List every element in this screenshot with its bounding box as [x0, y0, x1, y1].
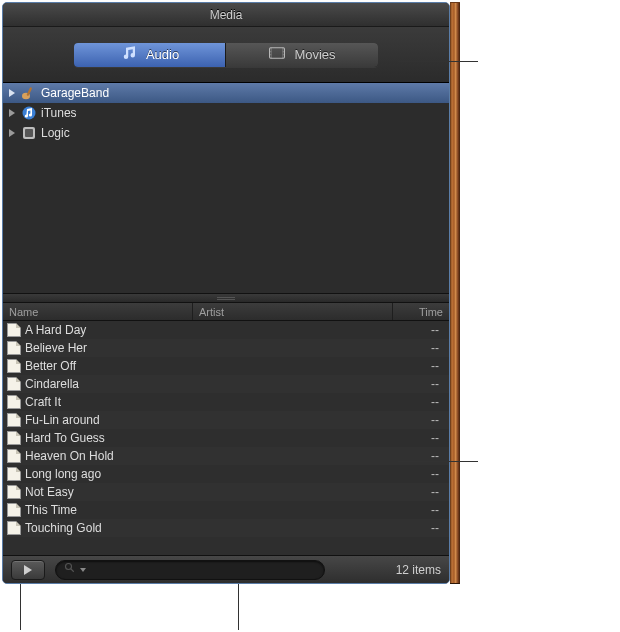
search-menu-chevron-icon[interactable] — [80, 568, 86, 572]
track-time: -- — [393, 431, 449, 445]
track-time: -- — [393, 359, 449, 373]
table-row[interactable]: Craft It-- — [3, 393, 449, 411]
disclosure-triangle-icon[interactable] — [9, 89, 15, 97]
track-time: -- — [393, 341, 449, 355]
track-name: Hard To Guess — [25, 431, 105, 445]
source-item-label: Logic — [41, 126, 70, 140]
source-item-logic[interactable]: Logic — [3, 123, 449, 143]
audio-icon — [120, 46, 138, 63]
svg-rect-13 — [25, 129, 33, 137]
svg-point-14 — [66, 564, 72, 570]
table-row[interactable]: Heaven On Hold-- — [3, 447, 449, 465]
svg-point-8 — [283, 55, 284, 56]
track-name: Long long ago — [25, 467, 101, 481]
callout-line — [238, 584, 239, 630]
table-row[interactable]: Better Off-- — [3, 357, 449, 375]
table-row[interactable]: A Hard Day-- — [3, 321, 449, 339]
garageband-icon — [21, 85, 37, 101]
tab-audio-label: Audio — [146, 47, 179, 62]
table-row[interactable]: Fu-Lin around-- — [3, 411, 449, 429]
audio-file-icon — [7, 359, 21, 373]
audio-file-icon — [7, 431, 21, 445]
track-time: -- — [393, 377, 449, 391]
source-item-label: GarageBand — [41, 86, 109, 100]
audio-file-icon — [7, 467, 21, 481]
play-button[interactable] — [11, 560, 45, 580]
track-time: -- — [393, 323, 449, 337]
audio-file-icon — [7, 341, 21, 355]
audio-file-icon — [7, 323, 21, 337]
table-row[interactable]: Touching Gold-- — [3, 519, 449, 537]
track-name: Cindarella — [25, 377, 79, 391]
track-name: Not Easy — [25, 485, 74, 499]
tab-movies[interactable]: Movies — [226, 43, 378, 67]
disclosure-triangle-icon[interactable] — [9, 129, 15, 137]
column-headers: Name Artist Time — [3, 303, 449, 321]
table-row[interactable]: Believe Her-- — [3, 339, 449, 357]
logic-icon — [21, 125, 37, 141]
table-row[interactable]: This Time-- — [3, 501, 449, 519]
track-name: This Time — [25, 503, 77, 517]
window-title: Media — [3, 3, 449, 27]
audio-file-icon — [7, 395, 21, 409]
svg-point-6 — [283, 49, 284, 50]
callout-line — [398, 461, 478, 462]
tab-movies-label: Movies — [294, 47, 335, 62]
media-browser-panel: Media Audio Movies GarageBand — [2, 2, 450, 584]
track-name: Better Off — [25, 359, 76, 373]
svg-point-5 — [270, 55, 271, 56]
svg-point-3 — [270, 49, 271, 50]
audio-file-icon — [7, 377, 21, 391]
wood-side-texture — [450, 2, 460, 584]
audio-file-icon — [7, 485, 21, 499]
track-name: Heaven On Hold — [25, 449, 114, 463]
audio-file-icon — [7, 503, 21, 517]
callout-line — [398, 61, 478, 62]
source-item-garageband[interactable]: GarageBand — [3, 83, 449, 103]
track-name: Touching Gold — [25, 521, 102, 535]
play-icon — [24, 565, 32, 575]
search-field[interactable] — [55, 560, 325, 580]
source-item-label: iTunes — [41, 106, 77, 120]
segmented-control: Audio Movies — [74, 43, 378, 67]
search-input[interactable] — [90, 564, 316, 576]
svg-point-4 — [270, 52, 271, 53]
column-header-name[interactable]: Name — [3, 303, 193, 320]
track-time: -- — [393, 485, 449, 499]
audio-file-icon — [7, 413, 21, 427]
audio-file-icon — [7, 449, 21, 463]
track-time: -- — [393, 503, 449, 517]
disclosure-triangle-icon[interactable] — [9, 109, 15, 117]
column-header-artist[interactable]: Artist — [193, 303, 393, 320]
track-name: Craft It — [25, 395, 61, 409]
item-count-label: 12 items — [396, 563, 441, 577]
table-row[interactable]: Not Easy-- — [3, 483, 449, 501]
column-header-time[interactable]: Time — [393, 303, 449, 320]
track-time: -- — [393, 413, 449, 427]
callout-line — [20, 584, 21, 630]
source-item-itunes[interactable]: iTunes — [3, 103, 449, 123]
track-time: -- — [393, 395, 449, 409]
tab-audio[interactable]: Audio — [74, 43, 226, 67]
svg-line-15 — [71, 569, 74, 572]
table-row[interactable]: Hard To Guess-- — [3, 429, 449, 447]
pane-splitter[interactable] — [3, 293, 449, 303]
track-name: Believe Her — [25, 341, 87, 355]
table-row[interactable]: Cindarella-- — [3, 375, 449, 393]
source-tree[interactable]: GarageBand iTunes Logic — [3, 83, 449, 293]
search-icon — [64, 562, 76, 577]
svg-point-7 — [283, 52, 284, 53]
footer-bar: 12 items — [3, 555, 449, 583]
audio-file-icon — [7, 521, 21, 535]
track-name: A Hard Day — [25, 323, 86, 337]
track-time: -- — [393, 521, 449, 535]
table-row[interactable]: Long long ago-- — [3, 465, 449, 483]
track-name: Fu-Lin around — [25, 413, 100, 427]
svg-point-11 — [23, 107, 36, 120]
movies-icon — [268, 46, 286, 63]
itunes-icon — [21, 105, 37, 121]
track-time: -- — [393, 467, 449, 481]
media-type-tabs: Audio Movies — [3, 27, 449, 83]
track-list[interactable]: A Hard Day--Believe Her--Better Off--Cin… — [3, 321, 449, 555]
